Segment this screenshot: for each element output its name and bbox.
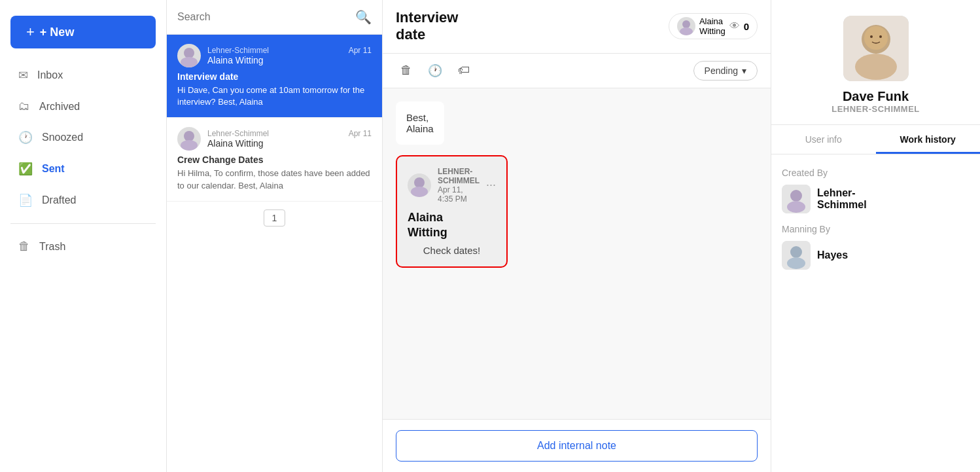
new-button[interactable]: + + New xyxy=(10,16,156,48)
profile-avatar xyxy=(843,16,909,81)
card-company: LEHNER-SCHIMMEL xyxy=(438,167,480,185)
card-date: Apr 11,4:35 PM xyxy=(438,185,480,204)
msg-preview-2: Hi Hilma, To confirm, those dates have b… xyxy=(177,168,372,191)
trash-icon: 🗑 xyxy=(18,240,30,253)
svg-point-2 xyxy=(184,131,194,141)
sidebar-label-snoozed: Snoozed xyxy=(42,132,83,143)
watcher-name: AlainaWitting xyxy=(699,16,726,36)
msg-company-1: Lehner-Schimmel xyxy=(207,46,269,55)
card-meta: LEHNER-SCHIMMEL Apr 11,4:35 PM xyxy=(438,167,480,204)
svg-point-11 xyxy=(864,26,888,50)
message-item-2[interactable]: Lehner-Schimmel Apr 11 Alaina Witting Cr… xyxy=(167,118,382,201)
sidebar-item-archived[interactable]: 🗂 Archived xyxy=(5,92,161,121)
svg-point-4 xyxy=(682,20,690,28)
status-label: Pending xyxy=(705,65,738,76)
tag-toolbar-icon[interactable]: 🏷 xyxy=(453,60,474,81)
tab-user-info[interactable]: User info xyxy=(771,125,876,154)
plus-icon: + xyxy=(26,24,35,41)
sidebar-item-drafted[interactable]: 📄 Drafted xyxy=(5,185,161,215)
svg-point-0 xyxy=(184,48,194,58)
tabs-bar: User info Work history xyxy=(771,125,980,154)
sidebar-item-snoozed[interactable]: 🕐 Snoozed xyxy=(5,122,161,153)
manning-by-avatar xyxy=(782,241,811,270)
compose-area: Add internal note xyxy=(383,419,771,472)
sidebar-label-inbox: Inbox xyxy=(37,69,63,81)
snooze-toolbar-icon[interactable]: 🕐 xyxy=(425,60,446,81)
card-options-icon[interactable]: ··· xyxy=(486,178,496,192)
svg-point-16 xyxy=(787,201,805,213)
card-avatar xyxy=(408,173,431,197)
pagination: 1 xyxy=(167,202,382,234)
msg-meta-2: Lehner-Schimmel Apr 11 Alaina Witting xyxy=(207,129,372,149)
message-item-1[interactable]: Lehner-Schimmel Apr 11 Alaina Witting In… xyxy=(167,35,382,118)
conv-title-area: Interviewdate xyxy=(396,9,458,44)
card-body: Check dates! xyxy=(408,245,496,256)
avatar-1 xyxy=(177,44,201,67)
svg-point-3 xyxy=(181,140,198,151)
msg-company-2: Lehner-Schimmel xyxy=(207,129,269,138)
sidebar-item-trash[interactable]: 🗑 Trash xyxy=(5,232,161,261)
message-card: LEHNER-SCHIMMEL Apr 11,4:35 PM ··· Alain… xyxy=(396,155,508,268)
search-bar: 🔍 xyxy=(167,0,382,35)
message-text: Best,Alaina xyxy=(406,112,434,134)
manning-by-label: Manning By xyxy=(782,224,970,234)
created-by-label: Created By xyxy=(782,168,970,178)
chevron-down-icon: ▾ xyxy=(742,65,746,76)
watcher-avatar xyxy=(677,17,695,35)
eye-icon: 👁 xyxy=(729,20,740,32)
svg-point-15 xyxy=(790,190,802,202)
search-input[interactable] xyxy=(177,11,349,23)
msg-preview-1: Hi Dave, Can you come at 10am tomorrow f… xyxy=(177,84,372,108)
msg-header-1: Lehner-Schimmel Apr 11 Alaina Witting xyxy=(177,44,372,67)
search-icon[interactable]: 🔍 xyxy=(355,9,372,25)
messages-area: Best,Alaina LEHNER-SCHIMMEL Apr 11,4:35 … xyxy=(383,88,771,419)
svg-point-18 xyxy=(790,246,802,258)
new-button-label: + New xyxy=(40,26,75,39)
add-note-label: Add internal note xyxy=(537,440,616,452)
status-button[interactable]: Pending ▾ xyxy=(693,61,758,81)
sidebar-divider xyxy=(10,223,156,224)
panel-content: Created By Lehner-Schimmel Manning By Ha… xyxy=(771,154,980,472)
sidebar: + + New ✉ Inbox 🗂 Archived 🕐 Snoozed ✅ S… xyxy=(0,0,167,472)
card-name: AlainaWitting xyxy=(408,210,496,241)
profile-section: Dave Funk LEHNER-SCHIMMEL xyxy=(771,0,980,125)
page-number[interactable]: 1 xyxy=(264,209,286,227)
tab-work-history-label: Work history xyxy=(900,134,956,145)
sidebar-label-sent: Sent xyxy=(42,163,65,175)
add-internal-note-button[interactable]: Add internal note xyxy=(396,430,758,462)
manning-by-user: Hayes xyxy=(782,241,970,270)
sidebar-label-archived: Archived xyxy=(39,101,80,113)
msg-header-2: Lehner-Schimmel Apr 11 Alaina Witting xyxy=(177,127,372,151)
drafted-icon: 📄 xyxy=(18,193,33,208)
watcher-count: 0 xyxy=(744,21,749,32)
svg-point-10 xyxy=(855,54,897,80)
sidebar-nav: ✉ Inbox 🗂 Archived 🕐 Snoozed ✅ Sent 📄 Dr… xyxy=(0,59,166,263)
sidebar-item-inbox[interactable]: ✉ Inbox xyxy=(5,60,161,90)
tab-work-history[interactable]: Work history xyxy=(876,125,981,154)
sidebar-item-sent[interactable]: ✅ Sent xyxy=(5,154,161,184)
sidebar-label-drafted: Drafted xyxy=(42,194,76,206)
sidebar-label-trash: Trash xyxy=(39,241,65,253)
conv-toolbar: 🗑 🕐 🏷 Pending ▾ xyxy=(383,54,771,88)
archived-icon: 🗂 xyxy=(18,100,30,113)
tab-user-info-label: User info xyxy=(805,134,842,145)
manning-by-name: Hayes xyxy=(817,249,848,261)
msg-subject-2: Crew Change Dates xyxy=(177,154,372,165)
svg-point-7 xyxy=(411,187,428,197)
msg-date-2: Apr 11 xyxy=(349,129,372,138)
message-card-header: LEHNER-SCHIMMEL Apr 11,4:35 PM ··· xyxy=(408,167,496,204)
sent-icon: ✅ xyxy=(18,162,33,176)
msg-sender-1: Alaina Witting xyxy=(207,55,372,65)
conversation-title: Interviewdate xyxy=(396,9,458,44)
svg-point-6 xyxy=(414,177,425,188)
svg-point-12 xyxy=(870,35,873,38)
msg-meta-1: Lehner-Schimmel Apr 11 Alaina Witting xyxy=(207,46,372,65)
msg-date-1: Apr 11 xyxy=(349,46,372,55)
svg-point-13 xyxy=(879,35,882,38)
inbox-icon: ✉ xyxy=(18,68,28,82)
archive-toolbar-icon[interactable]: 🗑 xyxy=(396,60,417,81)
svg-point-5 xyxy=(680,27,693,35)
created-by-name: Lehner-Schimmel xyxy=(817,187,867,211)
conv-watchers: AlainaWitting 👁 0 xyxy=(669,13,758,39)
conversation-header: Interviewdate AlainaWitting 👁 0 xyxy=(383,0,771,54)
